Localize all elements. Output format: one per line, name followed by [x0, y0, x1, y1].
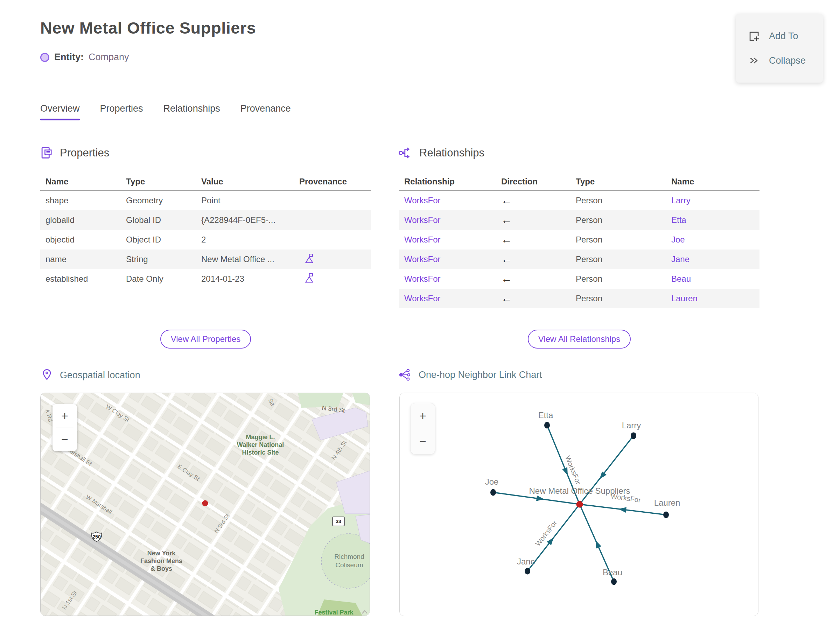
relationship-link[interactable]: WorksFor	[399, 235, 496, 245]
prop-name: globalid	[40, 215, 121, 225]
entity-type-value: Company	[89, 52, 129, 63]
entity-link[interactable]: Lauren	[666, 294, 759, 304]
relationship-link[interactable]: WorksFor	[399, 274, 496, 284]
prop-type: Object ID	[121, 235, 196, 245]
tab-properties[interactable]: Properties	[100, 103, 143, 120]
entity-link[interactable]: Larry	[666, 196, 759, 205]
properties-section-header: Properties	[40, 146, 109, 160]
direction-arrow: ←	[496, 253, 571, 265]
map-zoom-out-button[interactable]: −	[52, 428, 77, 451]
chart-zoom-out-button[interactable]: −	[410, 429, 435, 455]
prop-name: shape	[40, 196, 121, 205]
prop-name: established	[40, 274, 121, 284]
add-to-label: Add To	[769, 31, 799, 41]
view-all-properties-button[interactable]: View All Properties	[160, 330, 251, 348]
svg-text:33: 33	[336, 519, 341, 524]
direction-arrow: ←	[496, 234, 571, 246]
provenance-flag-icon[interactable]	[305, 273, 314, 283]
direction-arrow: ←	[496, 273, 571, 285]
link-chart-header: One-hop Neighbor Link Chart	[398, 369, 542, 381]
node-label: Etta	[538, 410, 554, 420]
rel-type: Person	[571, 215, 666, 225]
entity-label: Entity:	[54, 52, 84, 63]
poi-label: Historic Site	[242, 449, 278, 456]
add-to-icon	[748, 30, 760, 42]
relationship-link[interactable]: WorksFor	[399, 294, 496, 304]
link-chart-icon	[398, 369, 412, 381]
property-row: globalid Global ID {A228944F-0EF5-...	[40, 210, 371, 230]
poi-label: Festival Park	[314, 609, 353, 616]
tab-provenance[interactable]: Provenance	[240, 103, 291, 120]
col-value: Value	[196, 177, 294, 186]
poi-label: Richmond	[334, 553, 364, 560]
chart-zoom-in-button[interactable]: +	[410, 403, 435, 429]
relationship-row: WorksFor ← Person Joe	[399, 230, 759, 250]
property-row: established Date Only 2014-01-23	[40, 269, 371, 289]
map-zoom-in-button[interactable]: +	[52, 404, 77, 428]
node-label: Joe	[485, 477, 499, 486]
rel-type: Person	[571, 294, 666, 304]
rel-type: Person	[571, 196, 666, 205]
prop-value: 2	[196, 235, 294, 245]
relationship-link[interactable]: WorksFor	[399, 215, 496, 225]
relationships-table-header: Relationship Direction Type Name	[399, 173, 759, 191]
double-chevron-right-icon	[748, 55, 760, 67]
map-zoom-control: + −	[52, 404, 77, 451]
relationships-section-title: Relationships	[419, 146, 484, 159]
col-type: Type	[571, 177, 666, 186]
tab-overview[interactable]: Overview	[40, 103, 80, 120]
property-row: name String New Metal Office ...	[40, 250, 371, 269]
relationships-section-header: Relationships	[398, 146, 484, 160]
properties-table-header: Name Type Value Provenance	[40, 173, 371, 191]
relationship-link[interactable]: WorksFor	[399, 254, 496, 264]
collapse-button[interactable]: Collapse	[736, 48, 823, 73]
relationship-row: WorksFor ← Person Beau	[399, 269, 759, 289]
prop-name: name	[40, 254, 121, 264]
geospatial-title: Geospatial location	[60, 370, 140, 381]
view-all-relationships-button[interactable]: View All Relationships	[528, 330, 631, 348]
relationship-row: WorksFor ← Person Larry	[399, 191, 759, 210]
poi-label: Fashion Mens	[140, 558, 182, 564]
entity-link[interactable]: Joe	[666, 235, 759, 245]
poi-label: Maggie L.	[246, 434, 275, 440]
entity-type-row: Entity: Company	[40, 52, 129, 63]
quick-actions-panel: Add To Collapse	[736, 14, 823, 83]
one-hop-link-chart[interactable]: WorksFor WorksFor WorksFor Etta Larry Jo…	[399, 393, 759, 616]
geospatial-header: Geospatial location	[41, 369, 140, 382]
properties-table: Name Type Value Provenance shape Geometr…	[40, 173, 371, 289]
direction-arrow: ←	[496, 214, 571, 226]
rel-type: Person	[571, 235, 666, 245]
entity-link[interactable]: Beau	[666, 274, 759, 284]
prop-value: New Metal Office ...	[196, 254, 294, 264]
direction-arrow: ←	[496, 292, 571, 305]
node-label: Jane	[517, 557, 535, 566]
edge-label: WorksFor	[534, 519, 558, 548]
col-direction: Direction	[496, 177, 571, 186]
entity-link[interactable]: Jane	[666, 254, 759, 264]
add-to-button[interactable]: Add To	[736, 24, 823, 48]
prop-type: Global ID	[121, 215, 196, 225]
page-title: New Metal Office Suppliers	[40, 18, 256, 37]
poi-label: & Boys	[151, 565, 172, 572]
prop-value: {A228944F-0EF5-...	[196, 215, 294, 225]
node-label: Larry	[622, 421, 641, 430]
entity-link[interactable]: Etta	[666, 215, 759, 225]
poi-label: Coliseum	[335, 561, 363, 569]
relationships-table: Relationship Direction Type Name WorksFo…	[399, 173, 759, 308]
relationship-row: WorksFor ← Person Lauren	[399, 289, 759, 308]
prop-type: Date Only	[121, 274, 196, 284]
entity-badge-icon	[40, 53, 49, 62]
tab-relationships[interactable]: Relationships	[164, 103, 220, 120]
relationship-link[interactable]: WorksFor	[399, 196, 496, 205]
poi-label: Walker National	[237, 441, 284, 448]
relationship-row: WorksFor ← Person Etta	[399, 210, 759, 230]
prop-type: Geometry	[121, 196, 196, 205]
rel-type: Person	[571, 274, 666, 284]
geospatial-map[interactable]: k Rd W Clay St Sa arshall St W Marshall …	[40, 393, 370, 616]
center-node[interactable]	[576, 501, 583, 508]
prop-type: String	[121, 254, 196, 264]
provenance-flag-icon[interactable]	[305, 253, 314, 264]
park-area	[298, 393, 344, 408]
properties-section-title: Properties	[60, 146, 109, 159]
properties-icon	[40, 146, 53, 160]
